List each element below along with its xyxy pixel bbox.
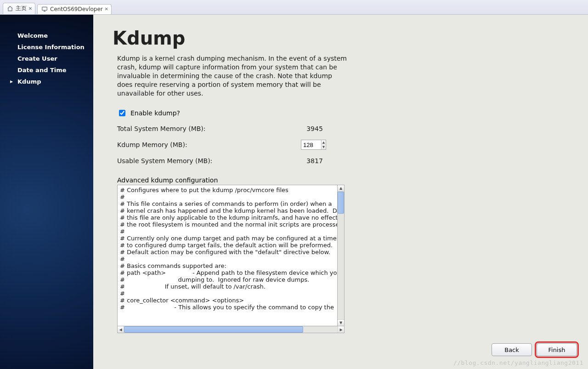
advanced-config-label: Advanced kdump configuration bbox=[117, 176, 569, 184]
sidebar-item-license[interactable]: License Information bbox=[0, 42, 93, 53]
home-icon bbox=[7, 6, 13, 12]
advanced-config-textarea[interactable] bbox=[117, 185, 338, 326]
scroll-thumb[interactable] bbox=[124, 326, 303, 333]
page-title: Kdump bbox=[113, 28, 569, 49]
tab-label: CentOS69Devloper bbox=[50, 6, 103, 12]
spinner-up-icon[interactable]: ▲ bbox=[322, 140, 326, 145]
scroll-up-icon[interactable]: ▲ bbox=[338, 185, 344, 192]
scroll-left-icon[interactable]: ◀ bbox=[118, 326, 124, 333]
monitor-icon bbox=[41, 6, 48, 12]
enable-kdump-checkbox[interactable] bbox=[119, 110, 125, 116]
usable-mem-label: Usable System Memory (MB): bbox=[117, 157, 301, 165]
sidebar: Welcome License Information Create User … bbox=[0, 15, 93, 369]
kdump-mem-spinner[interactable]: ▲ ▼ bbox=[301, 140, 326, 150]
spinner-down-icon[interactable]: ▼ bbox=[322, 145, 326, 149]
scroll-thumb[interactable] bbox=[338, 192, 344, 214]
tab-strip: 主页 ✕ CentOS69Devloper ✕ bbox=[0, 0, 588, 15]
scroll-down-icon[interactable]: ▼ bbox=[338, 319, 344, 326]
total-mem-label: Total System Memory (MB): bbox=[117, 125, 301, 132]
kdump-mem-input[interactable] bbox=[301, 140, 321, 149]
back-button[interactable]: Back bbox=[492, 343, 532, 356]
content-pane: Kdump Kdump is a kernel crash dumping me… bbox=[93, 15, 588, 369]
tab-vm[interactable]: CentOS69Devloper ✕ bbox=[37, 4, 112, 14]
usable-mem-value: 3817 bbox=[301, 157, 328, 165]
svg-rect-0 bbox=[42, 7, 47, 10]
tab-label: 主页 bbox=[16, 5, 27, 12]
horizontal-scrollbar[interactable]: ◀ ▶ bbox=[117, 326, 345, 333]
sidebar-item-create-user[interactable]: Create User bbox=[0, 53, 93, 65]
sidebar-item-date-time[interactable]: Date and Time bbox=[0, 65, 93, 76]
page-description: Kdump is a kernel crash dumping mechanis… bbox=[117, 54, 347, 97]
sidebar-item-welcome[interactable]: Welcome bbox=[0, 30, 93, 42]
close-icon[interactable]: ✕ bbox=[28, 6, 33, 11]
total-mem-value: 3945 bbox=[301, 125, 328, 132]
kdump-mem-label: Kdump Memory (MB): bbox=[117, 141, 301, 148]
enable-kdump-label: Enable kdump? bbox=[130, 109, 180, 117]
sidebar-item-kdump[interactable]: Kdump bbox=[0, 76, 93, 88]
close-icon[interactable]: ✕ bbox=[104, 6, 109, 12]
tab-home[interactable]: 主页 ✕ bbox=[3, 3, 35, 14]
watermark: //blog.csdn.net/yangliangliang2011 bbox=[453, 359, 583, 366]
scroll-right-icon[interactable]: ▶ bbox=[338, 326, 344, 333]
finish-button[interactable]: Finish bbox=[537, 343, 577, 356]
vertical-scrollbar[interactable]: ▲ ▼ bbox=[338, 185, 345, 326]
